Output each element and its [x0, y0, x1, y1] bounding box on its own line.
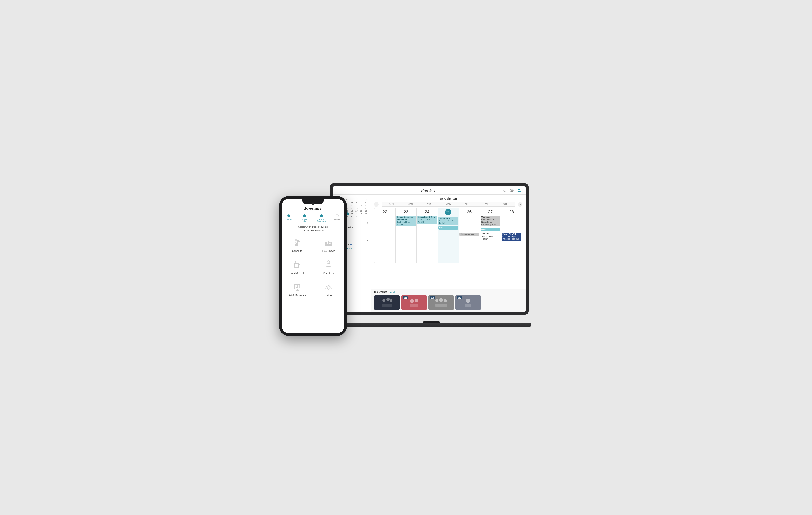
event-hci-time: 9:15 - 11:30 am: [397, 221, 415, 223]
svg-rect-12: [435, 304, 447, 307]
step-label-preferences: Event Preferences: [317, 218, 326, 222]
calendar-day-tue: 24 Algorithms & Data 9:15 - 11:30 am RI …: [416, 208, 438, 263]
event-card-2-price: $22: [403, 296, 408, 299]
step-label-settings: Settings: [334, 218, 340, 220]
calendar-days-header: SUN MON TUE WED THU FRI SAT: [382, 202, 515, 207]
event-volunteer-place: Nancy Ryles Elementary School: [482, 221, 499, 226]
event-busy-fri[interactable]: Busy: [481, 228, 500, 231]
event-algo-time: 9:15 - 11:30 am: [418, 219, 436, 221]
event-peachpit[interactable]: Peach Pit LIVE! 9:00 - 11:30 pm Paradise…: [501, 233, 521, 241]
day-header-sun: SUN: [382, 202, 401, 207]
event-hci[interactable]: Human Computer Interaction 9:15 - 11:30 …: [396, 216, 416, 226]
event-card-3[interactable]: $50: [428, 295, 454, 310]
calendar-day-fri: 27 Volunteer 9:15 - 3:00 pm Nancy Ryles …: [480, 208, 501, 263]
calendar-day-thu: 26 Conference In...: [459, 208, 480, 263]
svg-rect-27: [294, 264, 298, 268]
phone-app-title: Freetime: [285, 206, 341, 211]
events-header: ing Events See all >: [374, 291, 522, 294]
date-26: 26: [459, 208, 480, 215]
event-hci-title: Human Computer Interaction: [397, 216, 415, 221]
step-account: Account: [286, 214, 292, 222]
calendar-day-wed: 25 Typography 8:00 - 11:30 am IV 019 Bus…: [438, 208, 459, 263]
event-algo[interactable]: Algorithms & Data 9:15 - 11:30 am RI 230: [417, 216, 437, 224]
events-cards-row: $22 $50: [374, 295, 522, 310]
step-circle-history: [303, 214, 306, 217]
event-volunteer[interactable]: Volunteer 9:15 - 3:00 pm Nancy Ryles Ele…: [481, 216, 500, 226]
day-header-mon: MON: [401, 202, 420, 207]
gear-icon[interactable]: [510, 188, 514, 193]
concerts-icon: [292, 237, 302, 248]
calendars-chevron[interactable]: ▾: [367, 221, 368, 224]
mini-cal-next[interactable]: ›: [368, 198, 368, 200]
svg-rect-24: [325, 244, 327, 245]
category-nature[interactable]: Nature: [313, 278, 344, 300]
event-typo-title: Typography: [439, 217, 457, 220]
svg-point-0: [512, 190, 513, 191]
cal-prev-btn[interactable]: ‹: [374, 202, 378, 207]
event-busy-wed[interactable]: Busy: [438, 226, 458, 229]
date-28: 28: [501, 208, 522, 215]
svg-rect-35: [296, 287, 298, 288]
date-27: 27: [480, 208, 501, 215]
event-card-1[interactable]: [374, 295, 400, 310]
event-conference[interactable]: Conference In...: [460, 233, 479, 236]
event-peachpit-title: Peach Pit LIVE!: [502, 233, 521, 236]
phone-notch: [302, 199, 323, 204]
laptop-main: My Calendar ‹ SUN MON TUE WED THU: [371, 195, 526, 311]
heart-icon[interactable]: [502, 188, 507, 193]
see-all-link[interactable]: See all >: [389, 291, 397, 293]
category-concerts[interactable]: Concerts: [282, 234, 313, 256]
event-hci-room: RI 230: [397, 223, 415, 226]
mini-cal-prev[interactable]: ‹: [366, 198, 367, 200]
category-art-museums[interactable]: Art & Museums: [282, 278, 313, 300]
svg-point-38: [328, 283, 329, 285]
user-icon[interactable]: [517, 188, 521, 193]
svg-point-9: [435, 299, 438, 302]
svg-point-4: [390, 299, 393, 302]
date-25-wrapper: 25: [438, 208, 459, 216]
laptop-icon-group: [502, 188, 521, 193]
day-header-fri: FRI: [477, 202, 496, 207]
events-section: ing Events See all >: [371, 289, 526, 311]
event-busy-fri-label: Busy: [482, 228, 499, 231]
svg-rect-25: [328, 243, 329, 244]
step-circle-settings: [336, 214, 339, 217]
selection-prompt: Select which types of events you are int…: [282, 224, 344, 234]
category-food-drink[interactable]: Food & Drink: [282, 256, 313, 278]
friend-color-dot: [350, 244, 352, 245]
event-conference-wrapper: Conference In...: [459, 232, 480, 236]
concerts-label: Concerts: [292, 249, 302, 252]
date-23: 23: [396, 208, 416, 215]
phone-screen: Freetime Account: [282, 199, 344, 333]
event-volunteer-time: 9:15 - 3:00 pm: [482, 219, 499, 221]
event-card-4[interactable]: $32: [456, 295, 481, 310]
step-label-account: Account: [286, 218, 292, 220]
event-volunteer-title: Volunteer: [482, 216, 499, 219]
event-peachpit-place: Paradise Rock Club: [502, 238, 521, 240]
category-live-shows[interactable]: Live Shows: [313, 234, 344, 256]
prompt-line2: you are interested in: [286, 228, 340, 232]
step-preferences: Event Preferences: [317, 214, 326, 222]
step-settings: Settings: [334, 214, 340, 222]
svg-point-2: [382, 299, 385, 302]
speakers-label: Speakers: [323, 272, 334, 275]
event-card-2[interactable]: $22: [401, 295, 427, 310]
event-typo-room: IV 019: [439, 222, 457, 224]
cal-next-btn[interactable]: ›: [518, 202, 522, 207]
art-museums-icon: [292, 281, 302, 292]
food-drink-label: Food & Drink: [290, 272, 304, 275]
event-card-3-price: $50: [430, 296, 435, 299]
events-title: ing Events: [374, 291, 387, 294]
friends-chevron[interactable]: ▾: [367, 239, 368, 242]
event-typography[interactable]: Typography 8:00 - 11:30 am IV 019: [438, 217, 458, 225]
laptop-app-title: Freetime: [421, 188, 435, 193]
svg-point-10: [439, 298, 443, 302]
phone-frame: Freetime Account: [279, 196, 347, 336]
steps-row: Account Event History Event Preferences: [286, 214, 340, 222]
date-25: 25: [445, 209, 451, 215]
category-speakers[interactable]: Speakers: [313, 256, 344, 278]
laptop-topbar: Freetime: [333, 186, 526, 195]
event-redsox[interactable]: Red Sox 5:00 - 8:30 pm Fenway: [481, 232, 500, 241]
phone: Freetime Account: [279, 196, 347, 336]
laptop-base: [332, 323, 531, 327]
